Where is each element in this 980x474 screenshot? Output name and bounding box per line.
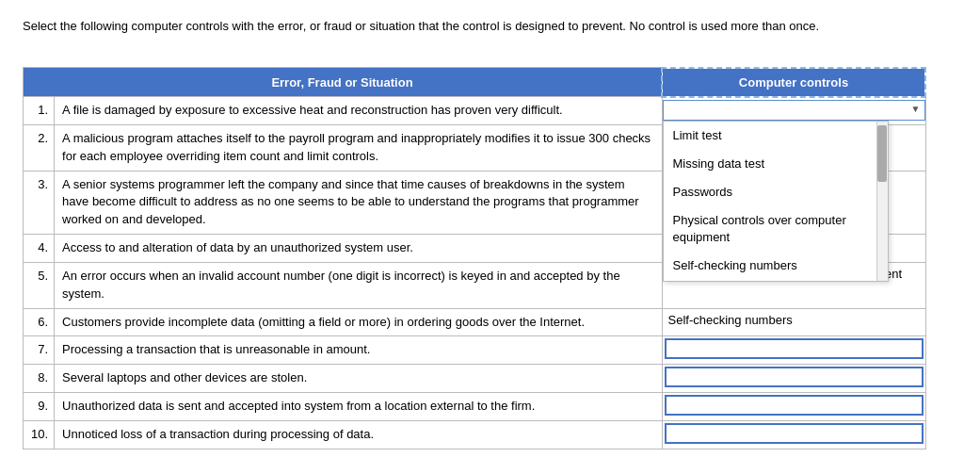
table-row: 6.Customers provide incomplete data (omi… <box>24 308 926 336</box>
dropdown-container[interactable]: ▼Limit testMissing data testPasswordsPhy… <box>663 100 925 121</box>
col-controls-header: Computer controls <box>662 68 925 97</box>
row-control-cell[interactable] <box>662 365 925 393</box>
table-row: 9.Unauthorized data is sent and accepted… <box>24 393 926 421</box>
row-description: Unnoticed loss of a transaction during p… <box>55 420 662 449</box>
row-description: Processing a transaction that is unreaso… <box>55 336 662 365</box>
row-number: 5. <box>24 262 55 308</box>
row-number: 7. <box>24 336 55 365</box>
dropdown-option[interactable]: Physical controls over computer equipmen… <box>664 206 888 252</box>
row-number: 10. <box>24 420 55 449</box>
row-number: 4. <box>24 235 55 263</box>
instructions: Select the following computer controls w… <box>23 17 870 36</box>
row-description: An error occurs when an invalid account … <box>55 262 662 308</box>
row-number: 8. <box>24 365 55 393</box>
control-input[interactable] <box>665 367 924 387</box>
table-row: 8.Several laptops and other devices are … <box>24 365 926 393</box>
control-input[interactable] <box>665 338 924 359</box>
dropdown-option[interactable]: Limit test <box>664 122 888 150</box>
scrollbar-thumb[interactable] <box>877 125 887 182</box>
table-row: 10.Unnoticed loss of a transaction durin… <box>24 420 926 449</box>
scrollbar-track[interactable] <box>876 122 888 281</box>
dropdown-option[interactable]: Passwords <box>664 178 888 206</box>
table-row: 7.Processing a transaction that is unrea… <box>24 336 926 365</box>
control-input[interactable] <box>665 423 924 444</box>
row-control-cell: Self-checking numbers <box>662 308 925 336</box>
row-description: A senior systems programmer left the com… <box>55 171 662 235</box>
dropdown-open-panel[interactable]: Limit testMissing data testPasswordsPhys… <box>663 121 889 282</box>
dropdown-option[interactable]: Missing data test <box>664 150 888 178</box>
row-control-cell[interactable] <box>662 336 925 365</box>
row-description: A file is damaged by exposure to excessi… <box>55 97 662 125</box>
row-description: Unauthorized data is sent and accepted i… <box>55 393 662 421</box>
row-number: 6. <box>24 308 55 336</box>
row-number: 2. <box>24 124 55 171</box>
row-number: 9. <box>24 393 55 421</box>
row-number: 1. <box>24 97 55 125</box>
chevron-down-icon: ▼ <box>911 103 921 117</box>
row-control-cell[interactable] <box>662 393 925 421</box>
table-row: 1.A file is damaged by exposure to exces… <box>24 97 926 125</box>
row-control-cell[interactable] <box>662 420 925 449</box>
row-number: 3. <box>24 171 55 235</box>
row-description: Several laptops and other devices are st… <box>55 365 662 393</box>
row-control-cell[interactable]: ▼Limit testMissing data testPasswordsPhy… <box>662 97 925 125</box>
col-error-header: Error, Fraud or Situation <box>24 68 663 97</box>
row-description: A malicious program attaches itself to t… <box>55 124 662 171</box>
dropdown-option[interactable]: Self-checking numbers <box>664 252 888 280</box>
dropdown-button[interactable]: ▼ <box>663 100 925 121</box>
row-description: Access to and alteration of data by an u… <box>55 235 662 263</box>
control-input[interactable] <box>665 395 924 416</box>
row-description: Customers provide incomplete data (omitt… <box>55 308 662 336</box>
main-table: Error, Fraud or Situation Computer contr… <box>23 67 926 449</box>
